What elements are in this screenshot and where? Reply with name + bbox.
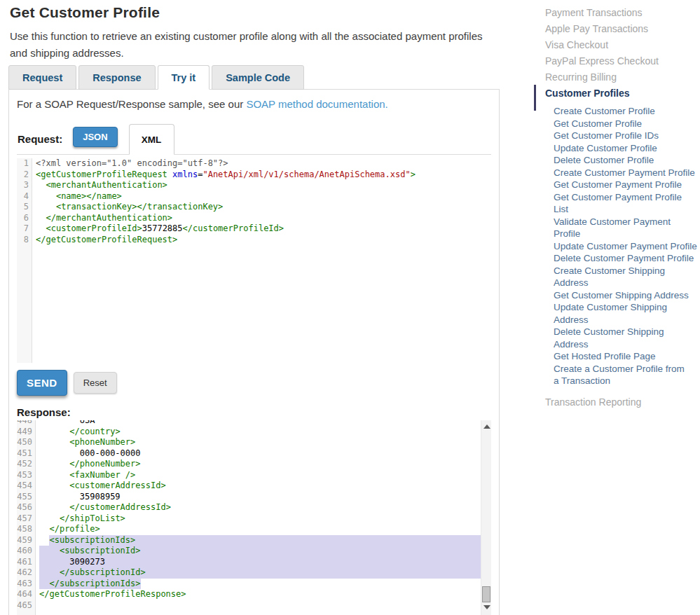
sidebar-item-delete-customer-payment-profile[interactable]: Delete Customer Payment Profile bbox=[534, 252, 698, 265]
code-text: <subscriptionId> bbox=[36, 546, 481, 557]
line-number: 6 bbox=[17, 213, 32, 224]
json-format-button[interactable]: JSON bbox=[73, 127, 117, 147]
soap-note-text: For a SOAP Request/Response sample, see … bbox=[17, 98, 246, 110]
code-segment: </shipToList> bbox=[60, 513, 125, 525]
response-code-rows: 448 USA449 </country>450 <phoneNumber>45… bbox=[17, 420, 481, 611]
code-text: </customerAddressId> bbox=[36, 502, 481, 513]
code-line: 3 <merchantAuthentication> bbox=[17, 180, 491, 191]
scroll-up-arrow-icon[interactable] bbox=[483, 424, 490, 429]
code-text: </merchantAuthentication> bbox=[32, 213, 491, 224]
code-text: 000-000-0000 bbox=[36, 448, 481, 459]
code-segment bbox=[39, 470, 69, 481]
sidebar-item-get-hosted-profile-page[interactable]: Get Hosted Profile Page bbox=[534, 350, 698, 363]
request-code-editor[interactable]: 1<?xml version="1.0" encoding="utf-8"?>2… bbox=[17, 158, 491, 363]
sidebar-item-create-customer-shipping-address[interactable]: Create Customer Shipping Address bbox=[534, 265, 698, 289]
sidebar-item-update-customer-profile[interactable]: Update Customer Profile bbox=[534, 142, 698, 155]
code-segment: xmlns bbox=[172, 170, 198, 181]
sidebar-item-create-customer-payment-profile[interactable]: Create Customer Payment Profile bbox=[534, 167, 698, 179]
code-text: </shipToList> bbox=[36, 513, 481, 525]
main-content: Get Customer Profile Use this function t… bbox=[8, 0, 500, 615]
reset-button[interactable]: Reset bbox=[74, 372, 117, 394]
sidebar-item-payment-transactions[interactable]: Payment Transactions bbox=[534, 7, 700, 18]
xml-format-tab[interactable]: XML bbox=[129, 124, 174, 155]
sidebar-item-visa-checkout[interactable]: Visa Checkout bbox=[534, 39, 700, 50]
sidebar-item-get-customer-payment-profile[interactable]: Get Customer Payment Profile bbox=[534, 179, 698, 191]
response-scrollbar[interactable] bbox=[481, 420, 491, 615]
send-button[interactable]: SEND bbox=[17, 370, 67, 396]
tab-try-it[interactable]: Try it bbox=[158, 65, 210, 90]
sidebar-nav: Payment TransactionsApple Pay Transactio… bbox=[534, 7, 700, 413]
soap-doc-link[interactable]: SOAP method documentation. bbox=[246, 98, 387, 110]
response-label: Response: bbox=[17, 406, 499, 418]
code-segment bbox=[39, 459, 69, 470]
sidebar-item-get-customer-shipping-address[interactable]: Get Customer Shipping Address bbox=[534, 289, 698, 302]
selection-highlight-fill bbox=[105, 557, 481, 568]
code-text: </getCustomerProfileRequest> bbox=[32, 235, 491, 246]
line-number: 460 bbox=[17, 546, 36, 557]
tab-response[interactable]: Response bbox=[78, 65, 155, 90]
sidebar-item-customer-profiles[interactable]: Customer Profiles bbox=[534, 88, 700, 99]
code-text: <customerProfileId>35772885</customerPro… bbox=[32, 223, 491, 235]
code-line: 457 </shipToList> bbox=[17, 513, 481, 525]
sidebar-item-update-customer-shipping-address[interactable]: Update Customer Shipping Address bbox=[534, 301, 698, 326]
sidebar-item-delete-customer-shipping-address[interactable]: Delete Customer Shipping Address bbox=[534, 326, 698, 350]
code-segment: 000-000-0000 bbox=[39, 448, 141, 459]
line-number: 464 bbox=[17, 589, 36, 600]
sidebar-item-transaction-reporting[interactable]: Transaction Reporting bbox=[534, 396, 700, 408]
code-segment: <transactionKey></transactionKey> bbox=[56, 202, 223, 213]
line-number: 456 bbox=[17, 502, 36, 513]
sidebar-item-apple-pay-transactions[interactable]: Apple Pay Transactions bbox=[534, 23, 700, 34]
sidebar-item-update-customer-payment-profile[interactable]: Update Customer Payment Profile bbox=[534, 240, 698, 253]
code-segment: USA bbox=[39, 420, 95, 427]
code-line: 5 <transactionKey></transactionKey> bbox=[17, 202, 491, 213]
sidebar-item-paypal-express-checkout[interactable]: PayPal Express Checkout bbox=[534, 55, 700, 67]
line-number: 465 bbox=[17, 600, 36, 611]
code-text: <getCustomerProfileRequest xmlns="AnetAp… bbox=[32, 170, 491, 181]
code-segment bbox=[36, 202, 56, 213]
response-code-viewer[interactable]: 448 USA449 </country>450 <phoneNumber>45… bbox=[17, 420, 491, 615]
line-number: 454 bbox=[17, 481, 36, 492]
code-segment bbox=[36, 223, 46, 235]
code-line: 459 <subscriptionIds> bbox=[17, 535, 481, 546]
code-text: <phoneNumber> bbox=[36, 437, 481, 448]
sidebar-item-create-a-customer-profile-from-a-transaction[interactable]: Create a Customer Profile from a Transac… bbox=[534, 363, 698, 387]
code-text: </country> bbox=[36, 427, 481, 438]
selection-highlight-fill bbox=[141, 546, 481, 557]
scrollbar-thumb[interactable] bbox=[482, 586, 490, 602]
code-line: 460 <subscriptionId> bbox=[17, 546, 481, 557]
tab-sample-code[interactable]: Sample Code bbox=[212, 65, 304, 90]
code-text: </profile> bbox=[36, 524, 481, 535]
code-segment: </getCustomerProfileRequest> bbox=[36, 235, 177, 246]
tab-request[interactable]: Request bbox=[8, 65, 76, 90]
sidebar-item-validate-customer-payment-profile[interactable]: Validate Customer Payment Profile bbox=[534, 216, 698, 240]
code-segment bbox=[39, 481, 69, 492]
line-number: 4 bbox=[17, 191, 32, 202]
line-number: 451 bbox=[17, 448, 36, 459]
sidebar-item-delete-customer-profile[interactable]: Delete Customer Profile bbox=[534, 154, 698, 167]
request-label: Request: bbox=[18, 133, 62, 145]
sidebar-item-get-customer-profile-ids[interactable]: Get Customer Profile IDs bbox=[534, 130, 698, 142]
line-number: 462 bbox=[17, 567, 36, 579]
code-segment bbox=[39, 546, 60, 557]
sidebar-item-recurring-billing[interactable]: Recurring Billing bbox=[534, 71, 700, 83]
code-line: 449 </country> bbox=[17, 427, 481, 438]
sidebar-item-create-customer-profile[interactable]: Create Customer Profile bbox=[534, 105, 698, 118]
code-segment: <subscriptionId> bbox=[60, 546, 141, 557]
code-segment: </customerProfileId> bbox=[183, 223, 284, 235]
code-text bbox=[36, 600, 481, 611]
line-number: 450 bbox=[17, 437, 36, 448]
code-segment bbox=[39, 579, 49, 590]
line-number: 8 bbox=[17, 235, 32, 246]
sidebar-item-get-customer-payment-profile-list[interactable]: Get Customer Payment Profile List bbox=[534, 191, 698, 216]
scroll-down-arrow-icon[interactable] bbox=[483, 605, 490, 609]
code-line: 7 <customerProfileId>35772885</customerP… bbox=[17, 223, 491, 235]
line-number: 457 bbox=[17, 513, 36, 525]
page-description: Use this function to retrieve an existin… bbox=[10, 28, 499, 62]
line-number: 452 bbox=[17, 459, 36, 470]
sidebar-item-get-customer-profile[interactable]: Get Customer Profile bbox=[534, 118, 698, 130]
code-segment: </subscriptionIds> bbox=[49, 579, 140, 590]
code-segment: <customerProfileId> bbox=[46, 223, 142, 235]
code-text: <name></name> bbox=[32, 191, 491, 202]
line-number: 463 bbox=[17, 579, 36, 590]
request-code-rows: 1<?xml version="1.0" encoding="utf-8"?>2… bbox=[17, 158, 491, 245]
